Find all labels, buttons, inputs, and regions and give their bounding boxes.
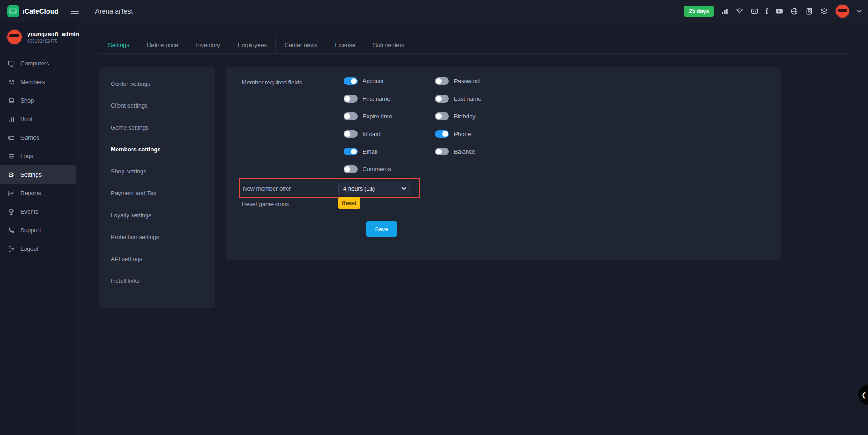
toggle-row-birthday: Birthday xyxy=(435,112,481,121)
main-tabbar: Settings Define price Inventory Employee… xyxy=(99,37,850,54)
last-name-toggle[interactable] xyxy=(435,95,449,103)
avatar-visor xyxy=(838,9,847,12)
submenu-loyalty-settings[interactable]: Loyalty settings xyxy=(99,204,215,226)
shop-cart-icon xyxy=(7,97,15,104)
sidebar-item-games[interactable]: Games xyxy=(0,128,76,147)
toggle-row-last-name: Last name xyxy=(435,94,481,103)
email-toggle[interactable] xyxy=(344,148,358,155)
sidebar-item-reports[interactable]: Reports xyxy=(0,184,76,202)
sidebar-item-computers[interactable]: Computers xyxy=(0,54,76,73)
toggle-column-2: Password Last name Birthday Phone Balanc… xyxy=(435,76,481,156)
toggle-row-id-card: Id card xyxy=(344,129,392,138)
members-icon xyxy=(7,79,15,86)
toggle-row-first-name: First name xyxy=(344,94,392,103)
new-member-offer-value: 4 hours (1$) xyxy=(343,185,375,192)
new-member-offer-highlight: New member offer 4 hours (1$) xyxy=(239,178,420,198)
comments-toggle[interactable] xyxy=(344,165,358,173)
user-menu-chevron-icon[interactable] xyxy=(857,9,862,13)
submenu-game-settings[interactable]: Game settings xyxy=(99,117,215,139)
submenu-payment-and-tax[interactable]: Payment and Tax xyxy=(99,182,215,205)
phone-toggle[interactable] xyxy=(435,130,449,138)
submenu-shop-settings[interactable]: Shop settings xyxy=(99,160,215,182)
page-title: Arena aiTest xyxy=(95,7,132,15)
sidebar: youngzsoft_admin 005193482475 Computers … xyxy=(0,22,76,435)
sidebar-item-members[interactable]: Members xyxy=(0,73,76,91)
save-button[interactable]: Save xyxy=(366,221,397,237)
toggle-row-email: Email xyxy=(344,147,392,156)
toggle-column-1: Account First name Expire time Id card E… xyxy=(344,76,392,173)
toggle-row-balance: Balance xyxy=(435,147,481,156)
gamepad-icon xyxy=(7,134,15,141)
tab-center-news[interactable]: Center news xyxy=(276,37,326,53)
toggle-row-account: Account xyxy=(344,76,392,85)
tab-employees[interactable]: Employees xyxy=(229,37,276,53)
birthday-toggle[interactable] xyxy=(435,112,449,120)
new-member-offer-label: New member offer xyxy=(243,185,291,192)
balance-toggle[interactable] xyxy=(435,148,449,155)
toggle-row-expire-time: Expire time xyxy=(344,112,392,121)
support-phone-icon xyxy=(7,227,15,234)
chevron-left-icon: ❮ xyxy=(861,391,867,398)
reports-chart-icon xyxy=(7,190,15,197)
tab-settings[interactable]: Settings xyxy=(99,37,138,53)
user-name: youngzsoft_admin xyxy=(27,31,79,37)
sidebar-item-support[interactable]: Support xyxy=(0,221,76,239)
member-required-fields-label: Member required fields xyxy=(242,79,302,86)
app-logo[interactable]: iCafeCloud xyxy=(7,5,58,17)
reset-game-coins-label: Reset game coins xyxy=(242,201,289,207)
computer-icon xyxy=(7,60,15,67)
user-card[interactable]: youngzsoft_admin 005193482475 xyxy=(0,22,76,54)
tab-define-price[interactable]: Define price xyxy=(138,37,187,53)
logout-icon xyxy=(7,245,15,253)
password-toggle[interactable] xyxy=(435,77,449,85)
collapse-panel-arrow[interactable]: ❮ xyxy=(858,384,868,405)
facebook-icon[interactable]: f xyxy=(765,7,768,16)
layers-icon[interactable] xyxy=(820,7,828,15)
settings-submenu: Center settings Client settings Game set… xyxy=(99,67,215,308)
toggle-row-comments: Comments xyxy=(344,164,392,173)
trophy-icon[interactable] xyxy=(736,7,744,15)
reset-button[interactable]: Reset xyxy=(338,197,360,209)
boot-icon xyxy=(7,116,15,123)
tab-sub-centers[interactable]: Sub centers xyxy=(364,37,413,53)
tab-license[interactable]: License xyxy=(326,37,364,53)
submenu-protection-settings[interactable]: Protection settings xyxy=(99,226,215,248)
sidebar-item-logout[interactable]: Logout xyxy=(0,239,76,258)
tab-inventory[interactable]: Inventory xyxy=(187,37,229,53)
submenu-install-links[interactable]: Install links xyxy=(99,270,215,292)
sidebar-item-logs[interactable]: Logs xyxy=(0,147,76,165)
sidebar-item-settings[interactable]: ⚙ Settings xyxy=(0,165,76,184)
user-id: 005193482475 xyxy=(27,39,79,44)
toggle-row-phone: Phone xyxy=(435,129,481,138)
events-trophy-icon xyxy=(7,208,15,215)
globe-icon[interactable] xyxy=(790,7,798,15)
topbar: iCafeCloud Arena aiTest 25 days f xyxy=(0,0,868,22)
id-card-toggle[interactable] xyxy=(344,130,358,138)
toggle-row-password: Password xyxy=(435,76,481,85)
submenu-center-settings[interactable]: Center settings xyxy=(99,73,215,95)
members-settings-panel: Member required fields Account First nam… xyxy=(226,67,781,260)
select-chevron-down-icon xyxy=(401,187,406,190)
passport-icon[interactable] xyxy=(805,7,813,15)
logo-monitor-icon xyxy=(7,5,19,17)
logo-text: iCafeCloud xyxy=(23,7,58,15)
license-days-badge[interactable]: 25 days xyxy=(684,6,714,17)
gear-icon: ⚙ xyxy=(7,171,15,178)
account-toggle[interactable] xyxy=(344,77,358,85)
user-avatar[interactable] xyxy=(835,4,850,19)
first-name-toggle[interactable] xyxy=(344,95,358,103)
sidebar-item-shop[interactable]: Shop xyxy=(0,91,76,110)
submenu-client-settings[interactable]: Client settings xyxy=(99,95,215,117)
sidebar-item-boot[interactable]: Boot xyxy=(0,110,76,128)
logs-icon xyxy=(7,153,15,160)
discord-icon[interactable] xyxy=(750,7,759,15)
youtube-icon[interactable] xyxy=(775,7,783,15)
new-member-offer-select[interactable]: 4 hours (1$) xyxy=(338,182,411,195)
sidebar-user-avatar xyxy=(6,29,23,45)
stats-icon[interactable] xyxy=(721,7,729,15)
hamburger-menu-icon[interactable] xyxy=(69,7,80,16)
sidebar-item-events[interactable]: Events xyxy=(0,202,76,221)
submenu-members-settings[interactable]: Members settings xyxy=(99,139,215,161)
submenu-api-settings[interactable]: API settings xyxy=(99,248,215,270)
expire-time-toggle[interactable] xyxy=(344,112,358,120)
